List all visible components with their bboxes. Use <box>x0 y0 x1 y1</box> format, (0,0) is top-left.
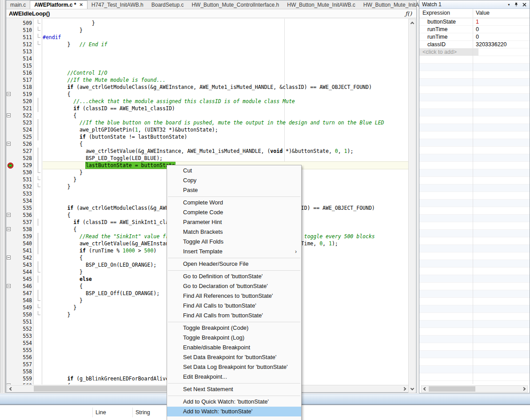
menu-item-insert-template[interactable]: Insert Template› <box>167 247 301 256</box>
line-number[interactable]: 560 <box>12 382 32 384</box>
menu-item-edit-breakpoint[interactable]: Edit Breakpoint... <box>167 372 301 382</box>
gutter-row[interactable]: 536 <box>6 212 36 219</box>
line-number[interactable]: 537 <box>12 219 32 226</box>
gutter-row[interactable]: 552 <box>6 325 36 332</box>
vertical-scrollbar[interactable] <box>408 19 416 393</box>
tab-boardsetup-c[interactable]: BoardSetup.c <box>147 0 188 9</box>
watch-empty-row[interactable] <box>419 79 530 86</box>
pin-icon[interactable] <box>514 2 518 7</box>
line-number[interactable]: 517 <box>12 76 32 84</box>
gutter-row[interactable]: 520 <box>6 98 36 105</box>
gutter-row[interactable]: 555 <box>6 347 36 354</box>
gutter-row[interactable]: 556 <box>6 354 36 361</box>
line-number[interactable]: 538 <box>12 226 32 233</box>
gutter-row[interactable]: 511 <box>6 34 36 41</box>
watch-horizontal-scrollbar[interactable] <box>421 385 528 392</box>
scroll-right-button[interactable] <box>521 386 527 392</box>
line-number[interactable]: 556 <box>12 354 32 361</box>
close-icon[interactable]: ✕ <box>79 3 83 7</box>
gutter-row[interactable]: 558 <box>6 368 36 375</box>
line-number[interactable]: 533 <box>12 190 32 197</box>
line-number[interactable]: 553 <box>12 332 32 340</box>
code-line[interactable]: { <box>43 112 409 119</box>
gutter-row[interactable]: 517 <box>6 76 36 84</box>
fold-collapse-icon[interactable] <box>7 256 11 260</box>
menu-item-copy[interactable]: Copy <box>167 176 301 185</box>
watch-value[interactable]: 3203336220 <box>476 41 507 48</box>
fold-collapse-icon[interactable] <box>7 213 11 217</box>
gutter-row[interactable]: 559 <box>6 375 36 382</box>
watch-empty-row[interactable] <box>419 124 530 132</box>
line-number[interactable]: 551 <box>12 318 32 325</box>
scroll-right-button[interactable] <box>401 385 408 392</box>
tab-h747-test-initawb-h[interactable]: H747_Test_InitAWB.h <box>88 0 147 9</box>
gutter-row[interactable]: 544 <box>6 268 36 276</box>
menu-item-parameter-hint[interactable]: Parameter Hint <box>167 217 301 227</box>
line-number[interactable]: 540 <box>12 240 32 247</box>
code-line[interactable]: //...check that the module assigned this… <box>43 98 409 105</box>
code-line[interactable] <box>43 62 409 69</box>
menu-item-set-data-log-breakpoint-for-buttonstate[interactable]: Set Data Log Breakpoint for 'buttonState… <box>167 362 301 372</box>
watch-empty-row[interactable] <box>419 184 530 192</box>
menu-item-cut[interactable]: Cut <box>167 166 301 176</box>
watch-empty-row[interactable] <box>419 268 530 275</box>
code-line[interactable] <box>43 55 409 62</box>
column-divider[interactable] <box>473 9 473 384</box>
gutter-row[interactable]: 535 <box>6 204 36 212</box>
watch-empty-row[interactable] <box>419 116 530 124</box>
gutter-row[interactable]: 518 <box>6 84 36 91</box>
watch-empty-row[interactable] <box>419 222 530 230</box>
line-number[interactable]: 559 <box>12 375 32 382</box>
line-number[interactable]: 523 <box>12 119 32 126</box>
line-number[interactable]: 531 <box>12 176 32 183</box>
watch-empty-row[interactable] <box>419 290 530 298</box>
line-number[interactable]: 525 <box>12 133 32 140</box>
line-number[interactable]: 557 <box>12 361 32 368</box>
watch-value[interactable]: 1 <box>476 19 479 25</box>
menu-item-toggle-all-folds[interactable]: Toggle All Folds <box>167 237 301 247</box>
watch-expression[interactable]: runTime <box>427 34 447 40</box>
watch-empty-row[interactable] <box>419 177 530 184</box>
menu-item-set-next-statement[interactable]: Set Next Statement <box>167 384 301 394</box>
watch-empty-row[interactable] <box>419 192 530 200</box>
menu-item-toggle-breakpoint-log[interactable]: Toggle Breakpoint (Log) <box>167 333 301 343</box>
line-number[interactable]: 543 <box>12 261 32 268</box>
line-number[interactable]: 522 <box>12 112 32 119</box>
line-number[interactable]: 550 <box>12 311 32 318</box>
code-line[interactable]: awe_pltGPIOGetPin(1, (UINT32 *)&buttonSt… <box>43 126 409 133</box>
line-number[interactable]: 510 <box>12 27 32 34</box>
watch-empty-row[interactable] <box>419 215 530 222</box>
watch-expression[interactable]: buttonState <box>427 19 456 25</box>
code-line[interactable]: BSP_LED_Toggle(LED_BLUE); <box>43 155 409 162</box>
fold-collapse-icon[interactable] <box>7 113 11 117</box>
gutter-row[interactable]: 527 <box>6 148 36 155</box>
column-header-value[interactable]: Value <box>476 10 490 16</box>
line-number[interactable]: 509 <box>12 20 32 27</box>
line-number[interactable]: 554 <box>12 340 32 347</box>
line-number[interactable]: 546 <box>12 283 32 290</box>
line-number[interactable]: 516 <box>12 69 32 76</box>
line-number[interactable]: 518 <box>12 84 32 91</box>
line-number[interactable]: 524 <box>12 126 32 133</box>
line-number[interactable]: 548 <box>12 297 32 304</box>
gutter-row[interactable]: 526 <box>6 140 36 148</box>
menu-item-find-all-references-to-buttonstate[interactable]: Find All References to 'buttonState' <box>167 291 301 301</box>
gutter-row[interactable]: 551 <box>6 318 36 325</box>
current-function-name[interactable]: AWEIdleLoop() <box>6 10 50 17</box>
gutter-row[interactable]: 543 <box>6 261 36 268</box>
gutter-row[interactable]: 516 <box>6 69 36 76</box>
watch-empty-row[interactable] <box>419 313 530 320</box>
menu-item-add-to-watch-buttonstate[interactable]: Add to Watch: 'buttonState' <box>167 407 301 416</box>
line-number[interactable]: 544 <box>12 268 32 276</box>
line-number[interactable]: 528 <box>12 155 32 162</box>
watch-empty-row[interactable] <box>419 132 530 139</box>
gutter-row[interactable]: 538 <box>6 226 36 233</box>
code-line[interactable]: } <box>43 27 409 34</box>
gutter-row[interactable]: 519 <box>6 91 36 98</box>
watch-empty-row[interactable] <box>419 169 530 177</box>
watch-empty-row[interactable] <box>419 366 530 373</box>
watch-empty-row[interactable] <box>419 305 530 313</box>
gutter-row[interactable]: 513 <box>6 48 36 55</box>
scroll-left-button[interactable] <box>7 385 14 392</box>
watch-empty-row[interactable] <box>419 373 530 381</box>
